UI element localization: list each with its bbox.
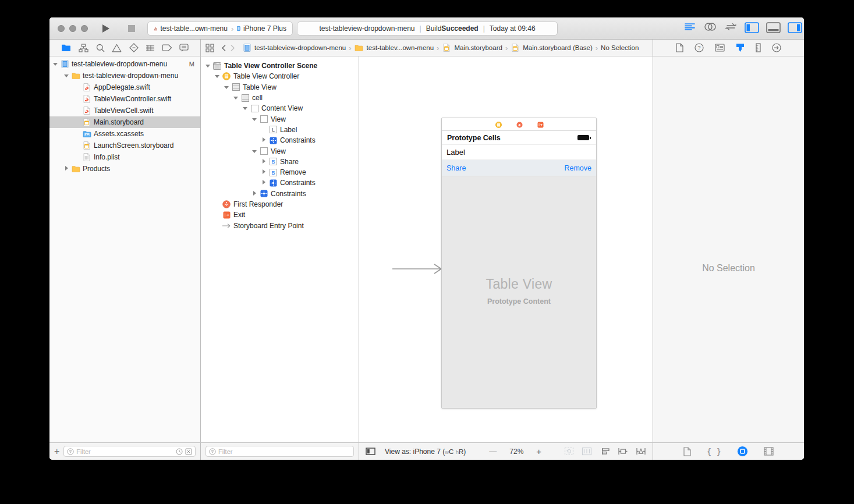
file-row[interactable]: Assets.xcassets bbox=[49, 128, 200, 140]
run-button[interactable] bbox=[98, 22, 114, 35]
breadcrumb-item[interactable]: test-tablev...own-menu bbox=[355, 44, 434, 51]
breadcrumb-item[interactable]: No Selection bbox=[601, 44, 639, 51]
file-row[interactable]: TableViewCell.swift bbox=[49, 105, 200, 116]
outline-row[interactable]: Content View bbox=[201, 103, 359, 113]
outline-row[interactable]: View bbox=[201, 113, 359, 124]
navigator-tab-issues[interactable] bbox=[112, 44, 122, 52]
file-row[interactable]: Main.storyboard bbox=[49, 116, 200, 128]
standard-editor-button[interactable] bbox=[684, 22, 696, 31]
toggle-navigator-button[interactable] bbox=[745, 22, 759, 33]
outline-row[interactable]: Storyboard Entry Point bbox=[201, 220, 359, 230]
navigator-filter-input[interactable] bbox=[76, 448, 173, 455]
zoom-window-button[interactable] bbox=[81, 25, 88, 32]
zoom-out-button[interactable]: — bbox=[489, 447, 497, 456]
exit-dock-icon[interactable] bbox=[537, 122, 543, 127]
object-library-icon[interactable] bbox=[737, 446, 748, 457]
outline-row[interactable]: Table View Controller bbox=[201, 71, 359, 81]
first-responder-dock-icon[interactable] bbox=[516, 122, 522, 127]
outline-row[interactable]: BRemove bbox=[201, 167, 359, 178]
inspector-tab-connections[interactable] bbox=[772, 43, 781, 52]
update-frames-icon[interactable] bbox=[564, 447, 574, 456]
outline-row[interactable]: Constraints bbox=[201, 178, 359, 188]
jump-bar[interactable]: test-tableview-dropdown-menu›test-tablev… bbox=[201, 40, 653, 56]
outline-row[interactable]: BShare bbox=[201, 157, 359, 167]
embed-in-stack-icon[interactable] bbox=[582, 447, 592, 456]
navigator-tab-find[interactable] bbox=[96, 44, 105, 52]
outline-row[interactable]: Constraints bbox=[201, 135, 359, 145]
minimize-window-button[interactable] bbox=[69, 25, 76, 32]
outline-row[interactable]: First Responder bbox=[201, 199, 359, 210]
outline-row[interactable]: Table View bbox=[201, 82, 359, 93]
pin-constraints-icon[interactable] bbox=[618, 447, 628, 456]
close-window-button[interactable] bbox=[58, 25, 65, 32]
view-controller-dock-icon[interactable] bbox=[495, 122, 501, 127]
storyboard-entry-arrow-icon[interactable] bbox=[391, 262, 445, 275]
file-row[interactable]: LaunchScreen.storyboard bbox=[49, 140, 200, 151]
breadcrumb-separator: › bbox=[437, 44, 439, 52]
outline-filter-field[interactable] bbox=[205, 446, 354, 457]
share-button[interactable]: Share bbox=[447, 164, 466, 172]
align-icon[interactable] bbox=[600, 447, 610, 456]
related-items-icon[interactable] bbox=[205, 44, 214, 52]
cell-label[interactable]: Label bbox=[442, 145, 596, 160]
file-name: AppDelegate.swift bbox=[94, 83, 150, 91]
inspector-tab-identity[interactable] bbox=[715, 44, 725, 52]
assistant-editor-button[interactable] bbox=[704, 22, 717, 31]
outline-row[interactable]: cell bbox=[201, 93, 359, 103]
scheme-chevron: › bbox=[231, 24, 233, 33]
recent-files-icon[interactable] bbox=[176, 448, 183, 455]
toggle-outline-icon[interactable] bbox=[366, 448, 375, 455]
navigator-tab-project[interactable] bbox=[61, 44, 71, 52]
plist-icon bbox=[82, 153, 91, 161]
breadcrumb-item[interactable]: Main.storyboard (Base) bbox=[511, 44, 593, 52]
scheme-selector[interactable]: test-table...own-menu › iPhone 7 Plus bbox=[147, 22, 293, 36]
view-as-control[interactable]: View as: iPhone 7 (wC hR) bbox=[385, 448, 466, 456]
outline-row[interactable]: Exit bbox=[201, 210, 359, 220]
outline-row[interactable]: Table View Controller Scene bbox=[201, 61, 359, 71]
inspector-tab-file[interactable] bbox=[676, 43, 683, 52]
remove-button[interactable]: Remove bbox=[564, 164, 591, 172]
status-build-label: Build bbox=[426, 24, 442, 33]
navigator-tab-reports[interactable] bbox=[179, 44, 189, 52]
file-row[interactable]: test-tableview-dropdown-menuM bbox=[49, 58, 200, 70]
outline-row[interactable]: LLabel bbox=[201, 125, 359, 135]
toggle-inspector-button[interactable] bbox=[788, 22, 802, 33]
zoom-level[interactable]: 72% bbox=[509, 448, 523, 456]
navigator-tab-breakpoints[interactable] bbox=[162, 44, 172, 51]
zoom-in-button[interactable]: + bbox=[536, 446, 541, 456]
inspector-tab-attributes[interactable] bbox=[736, 43, 745, 52]
play-icon bbox=[102, 24, 109, 33]
file-row[interactable]: AppDelegate.swift bbox=[49, 81, 200, 93]
breadcrumb-item[interactable]: Main.storyboard bbox=[442, 44, 502, 52]
file-row[interactable]: Products bbox=[49, 163, 200, 175]
navigator-tab-tests[interactable] bbox=[129, 43, 139, 52]
navigator-tab-debug[interactable] bbox=[146, 44, 155, 52]
outline-filter-input[interactable] bbox=[218, 448, 350, 455]
interface-builder-canvas[interactable]: Prototype Cells Label Share Remove Table… bbox=[359, 56, 653, 442]
source-control-filter-icon[interactable] bbox=[185, 448, 192, 455]
canvas-bottom-bar: View as: iPhone 7 (wC hR) — 72% + bbox=[359, 443, 653, 460]
file-row[interactable]: Info.plist bbox=[49, 151, 200, 163]
table-view-placeholder[interactable]: Table View Prototype Content bbox=[442, 176, 596, 408]
go-forward-icon[interactable] bbox=[230, 44, 235, 52]
toggle-debug-area-button[interactable] bbox=[766, 22, 781, 33]
navigator-tab-symbols[interactable] bbox=[79, 44, 88, 52]
stop-button[interactable] bbox=[124, 22, 139, 35]
media-library-icon[interactable] bbox=[764, 447, 774, 456]
file-row[interactable]: TableViewController.swift bbox=[49, 93, 200, 105]
add-file-button[interactable]: + bbox=[54, 446, 59, 457]
go-back-icon[interactable] bbox=[221, 44, 226, 52]
inspector-tab-size[interactable] bbox=[756, 43, 761, 52]
outline-row[interactable]: Constraints bbox=[201, 189, 359, 199]
inspector-tab-quick-help[interactable]: ? bbox=[694, 43, 704, 52]
table-view-controller-scene[interactable]: Prototype Cells Label Share Remove Table… bbox=[441, 118, 597, 409]
file-template-library-icon[interactable] bbox=[683, 447, 691, 456]
version-editor-button[interactable] bbox=[725, 22, 738, 31]
navigator-filter-field[interactable] bbox=[63, 446, 196, 457]
outline-row[interactable]: View bbox=[201, 145, 359, 156]
breadcrumb-item[interactable]: test-tableview-dropdown-menu bbox=[242, 44, 346, 52]
file-row[interactable]: test-tableview-dropdown-menu bbox=[49, 70, 200, 81]
code-snippet-library-icon[interactable]: { } bbox=[707, 447, 721, 456]
swift-icon bbox=[82, 95, 91, 103]
resolve-issues-icon[interactable] bbox=[636, 447, 646, 456]
